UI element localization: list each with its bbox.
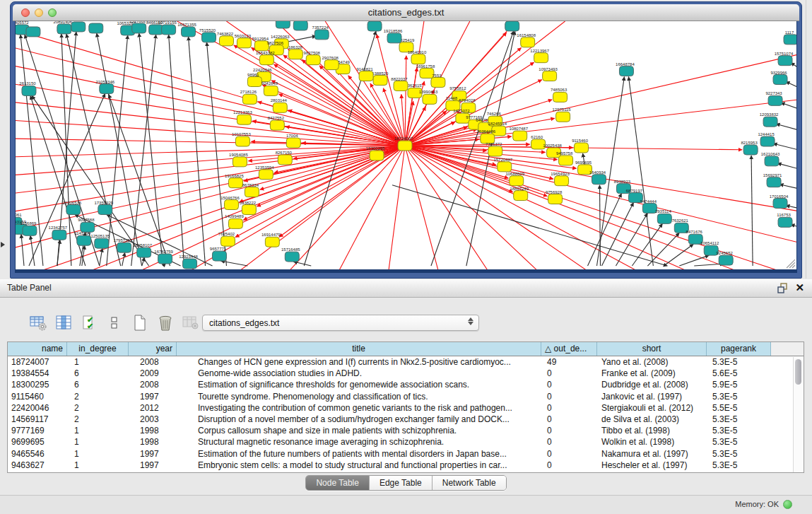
graph-node[interactable]: 8215953 (741, 141, 758, 155)
table-cell[interactable]: 0 (541, 368, 597, 379)
table-cell[interactable]: 5.6E-5 (707, 368, 771, 379)
graph-node[interactable]: 12213363 (233, 110, 252, 124)
table-cell[interactable]: 9777169 (8, 425, 67, 436)
graph-node[interactable]: 15692971 (763, 173, 782, 187)
table-cell[interactable]: 0 (541, 391, 597, 402)
table-cell[interactable]: Changes of HCN gene expression and I(f) … (177, 356, 541, 368)
column-header-pagerank[interactable]: pagerank (707, 342, 771, 356)
graph-node[interactable]: 8267150 (276, 151, 293, 165)
table-cell[interactable]: Franke et al. (2009) (597, 368, 707, 379)
table-cell[interactable]: 2 (67, 402, 129, 414)
graph-node[interactable]: 9756928 (546, 190, 563, 204)
table-cell[interactable]: 5.3E-5 (707, 460, 771, 471)
graph-node[interactable]: 2087682 (502, 21, 519, 31)
graph-node[interactable]: 8678334 (242, 183, 259, 197)
table-cell[interactable]: 1 (67, 425, 129, 436)
graph-node[interactable]: 7515520 (199, 28, 216, 42)
table-cell[interactable]: 0 (541, 436, 597, 448)
table-cell[interactable]: 1 (67, 460, 129, 471)
table-cell[interactable]: Stergiakouli et al. (2012) (597, 402, 707, 414)
graph-node[interactable]: 2613150 (19, 81, 36, 95)
graph-node[interactable] (71, 22, 86, 32)
graph-node[interactable]: 7553 (431, 74, 445, 88)
graph-node[interactable]: 16543382 (256, 51, 275, 65)
graph-node[interactable]: 19166825 (225, 174, 244, 188)
graph-node[interactable]: 10688609 (505, 172, 524, 186)
table-row[interactable]: 1456911722003Disruption of a novel membe… (8, 414, 804, 425)
table-row[interactable]: 946362711997Embryonic stem cells: a mode… (8, 460, 804, 471)
table-cell[interactable]: 0 (541, 425, 597, 436)
graph-node[interactable]: 1156869 (20, 221, 37, 235)
table-cell[interactable]: 0 (541, 402, 597, 414)
graph-node[interactable]: 5603123 (235, 34, 252, 48)
table-cell[interactable]: Wolkin et al. (1998) (597, 436, 707, 448)
graph-node[interactable]: 12923448 (179, 255, 198, 269)
table-cell[interactable]: 1 (67, 356, 129, 368)
graph-node[interactable]: 1244415 (758, 132, 775, 146)
table-cell[interactable]: Disruption of a novel member of a sodium… (177, 414, 541, 425)
table-cell[interactable]: 1997 (129, 460, 177, 471)
table-settings-icon[interactable] (28, 314, 48, 332)
graph-node[interactable]: 10807487 (509, 127, 528, 141)
table-cell[interactable]: 1998 (129, 425, 177, 436)
table-cell[interactable]: Corpus callosum shape and size in male p… (177, 425, 541, 436)
graph-node[interactable]: 7625402 (218, 232, 235, 246)
table-row[interactable]: 946554611997Estimation of the future num… (8, 448, 804, 460)
graph-node[interactable]: 9329966 (770, 71, 787, 85)
table-cell[interactable]: 19384554 (8, 368, 67, 379)
table-selector-dropdown[interactable]: citations_edges.txt (202, 315, 479, 331)
table-cell[interactable]: 2008 (129, 356, 177, 368)
table-cell[interactable]: 5.3E-5 (707, 356, 771, 368)
graph-node[interactable]: 9657771 (210, 247, 227, 261)
close-panel-icon[interactable]: ✕ (795, 281, 804, 294)
table-cell[interactable]: Dudbridge et al. (2008) (597, 379, 707, 390)
graph-node[interactable]: 7386372 (486, 142, 502, 156)
column-header-out_de[interactable]: △ out_de... (541, 342, 597, 356)
graph-node[interactable]: 8813054 (365, 21, 382, 31)
graph-node[interactable]: 15751074 (775, 52, 794, 66)
table-cell[interactable]: 2 (67, 414, 129, 425)
table-cell[interactable]: 14569117 (8, 414, 67, 425)
table-cell[interactable]: 1 (67, 448, 129, 460)
table-cell[interactable]: 2003 (129, 414, 177, 425)
graph-node[interactable]: 7485063 (551, 88, 567, 102)
graph-node[interactable]: 19218586 (384, 29, 403, 43)
column-header-year[interactable]: year (129, 342, 177, 356)
graph-node[interactable]: 116753 (777, 213, 792, 227)
table-cell[interactable]: 5.3E-5 (707, 436, 771, 448)
graph-node[interactable]: 8822037 (391, 77, 408, 91)
column-header-title[interactable]: title (177, 342, 541, 356)
graph-node[interactable]: 9227343 (765, 91, 782, 105)
tab-node-table[interactable]: Node Table (306, 476, 370, 490)
graph-node[interactable]: 16914479 (261, 233, 281, 247)
graph-node[interactable]: 2803144 (271, 98, 288, 112)
graph-node[interactable]: 17016504 (770, 194, 789, 209)
graph-node[interactable]: 12093832 (760, 112, 779, 127)
table-cell[interactable]: 2008 (129, 379, 177, 390)
table-cell[interactable]: 2012 (129, 402, 177, 414)
graph-node[interactable]: 15716485 (281, 247, 300, 262)
table-cell[interactable]: 1997 (129, 448, 177, 460)
table-cell[interactable]: Hescheler et al. (1997) (597, 460, 707, 471)
graph-node[interactable]: 7463822 (217, 32, 234, 46)
column-header-in_degree[interactable]: in_degree (67, 342, 129, 356)
table-row[interactable]: 1938455462009Genome-wide association stu… (8, 368, 804, 379)
graph-node[interactable]: 19654923 (551, 172, 570, 186)
graph-node[interactable]: 15720487 (493, 158, 512, 172)
table-row[interactable]: 969969511998Structural magnetic resonanc… (8, 436, 804, 448)
new-file-icon[interactable] (130, 314, 150, 332)
graph-node[interactable]: 16671355 (177, 23, 196, 37)
graph-node[interactable]: 1145194 (74, 231, 91, 245)
graph-node[interactable]: 19054085 (229, 153, 248, 167)
graph-node[interactable]: 16210643 (761, 152, 780, 166)
graph-node[interactable]: 16648784 (616, 62, 635, 76)
graph-node[interactable]: 1117 (784, 30, 796, 45)
delete-table-disabled-icon[interactable] (181, 314, 201, 332)
hidden-panel-arrow-icon[interactable] (1, 242, 5, 247)
table-cell[interactable]: 9463627 (8, 460, 67, 471)
rows-icon[interactable] (105, 314, 124, 332)
table-cell[interactable]: Estimation of the future numbers of pati… (177, 448, 541, 460)
float-panel-icon[interactable] (777, 283, 788, 293)
column-header-short[interactable]: short (597, 342, 707, 356)
table-cell[interactable]: 0 (541, 379, 597, 390)
